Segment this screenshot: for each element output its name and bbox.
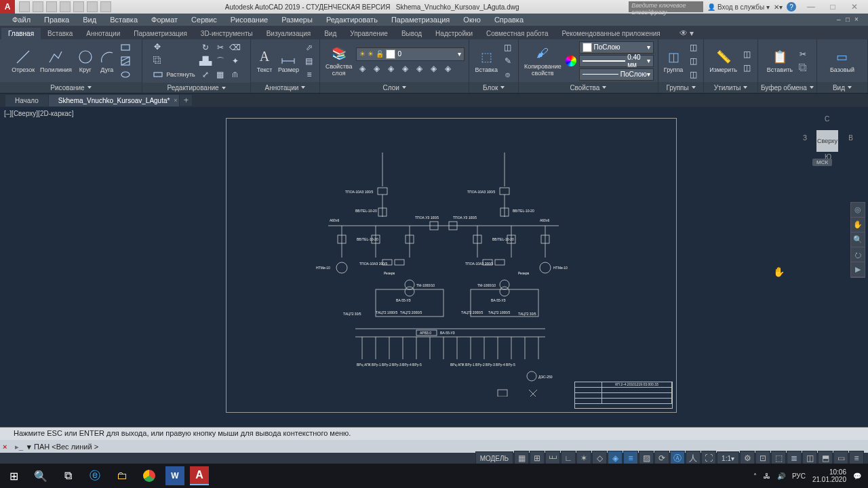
qat-undo-icon[interactable]	[87, 1, 98, 12]
qat-redo-icon[interactable]	[100, 1, 111, 12]
mdi-minimize-icon[interactable]: –	[837, 16, 845, 24]
group-edit-icon[interactable]: ◫	[687, 55, 699, 67]
panel-draw-title[interactable]: Рисование	[0, 82, 142, 93]
ribtab-manage[interactable]: Управление	[343, 28, 395, 39]
layer-tool-5-icon[interactable]: ◈	[413, 62, 425, 75]
tray-chevron-icon[interactable]: ˄	[753, 472, 757, 480]
tool-leader-icon[interactable]: ⬀	[303, 41, 315, 54]
exchange-icon[interactable]: ✕▾	[774, 3, 783, 11]
panel-annot-title[interactable]: Аннотации	[251, 82, 319, 93]
ribtab-featured[interactable]: Рекомендованные приложения	[555, 28, 667, 39]
menu-dimension[interactable]: Размеры	[275, 14, 319, 25]
layer-tool-1-icon[interactable]: ◈	[356, 62, 368, 75]
color-wheel-icon[interactable]	[566, 56, 576, 66]
menu-edit[interactable]: Правка	[37, 14, 76, 25]
tool-erase-icon[interactable]: ⌫	[229, 41, 241, 54]
tb-edge-icon[interactable]: ⓔ	[81, 464, 108, 488]
ribtab-visualize[interactable]: Визуализация	[260, 28, 317, 39]
search-button[interactable]: 🔍	[27, 464, 54, 488]
doctab-close-icon[interactable]: ×	[174, 97, 177, 104]
mdi-close-icon[interactable]: ×	[854, 16, 863, 24]
sb-scale[interactable]: 1:1 ▾	[717, 451, 739, 465]
tool-offset-icon[interactable]: ⫙	[229, 68, 241, 81]
layer-tool-4-icon[interactable]: ◈	[399, 62, 411, 75]
block-edit-icon[interactable]: ✎	[502, 55, 514, 67]
qat-new-icon[interactable]	[19, 1, 30, 12]
minimize-button[interactable]: —	[800, 0, 822, 14]
qat-saveas-icon[interactable]	[60, 1, 71, 12]
start-button[interactable]: ⊞	[0, 464, 27, 488]
tool-stretch[interactable]: Растянуть	[151, 68, 197, 81]
tool-dimension[interactable]: Размер	[277, 47, 300, 75]
menu-file[interactable]: Файл	[5, 14, 37, 25]
tb-word-icon[interactable]: W	[165, 466, 184, 485]
block-create-icon[interactable]: ◫	[502, 41, 514, 54]
viewcube[interactable]: С З В Ю Сверху МСК	[800, 114, 854, 168]
panel-utils-title[interactable]: Утилиты	[704, 82, 757, 93]
menu-tools[interactable]: Сервис	[184, 14, 224, 25]
tool-match-properties[interactable]: 🖌Копирование свойств	[523, 44, 563, 78]
tb-autocad-icon[interactable]: A	[190, 466, 209, 485]
app-logo[interactable]: A	[0, 0, 15, 14]
tool-baseview[interactable]: ▭Базовый	[829, 47, 856, 75]
status-model[interactable]: МОДЕЛЬ	[475, 451, 513, 465]
tool-measure[interactable]: 📏Измерить	[708, 47, 738, 75]
util-2-icon[interactable]: ◫	[741, 62, 753, 74]
panel-groups-title[interactable]: Группы	[658, 82, 704, 93]
nav-zoom-icon[interactable]: 🔍	[851, 232, 865, 247]
command-close-icon[interactable]: ×	[3, 443, 12, 451]
panel-clip-title[interactable]: Буфер обмена	[758, 82, 816, 93]
tool-paste[interactable]: 📋Вставить	[766, 47, 794, 75]
tool-fillet-icon[interactable]: ⌒	[214, 55, 226, 67]
ribtab-home[interactable]: Главная	[1, 28, 41, 39]
tool-rotate-icon[interactable]: ↻	[199, 41, 212, 54]
util-1-icon[interactable]: ◫	[741, 48, 753, 60]
tool-scale-icon[interactable]: ⤢	[199, 68, 212, 81]
wcs-label[interactable]: МСК	[812, 159, 832, 166]
system-clock[interactable]: 10:0621.01.2020	[812, 468, 846, 483]
tool-text[interactable]: AТекст	[255, 47, 274, 75]
doctab-start[interactable]: Начало	[5, 95, 48, 106]
doctab-current[interactable]: Skhema_Vnuchko_Kursoav_LAguta*×	[49, 95, 180, 106]
tool-layer-properties[interactable]: 📚Свойства слоя	[324, 44, 354, 78]
tool-explode-icon[interactable]: ✦	[229, 55, 241, 67]
layer-tool-7-icon[interactable]: ◈	[441, 62, 454, 75]
tool-copy-icon[interactable]: ⿻	[151, 54, 163, 66]
layer-tool-2-icon[interactable]: ◈	[370, 62, 382, 75]
help-icon[interactable]: ?	[787, 2, 796, 12]
ribtab-output[interactable]: Вывод	[395, 28, 429, 39]
clip-cut-icon[interactable]: ✂	[797, 48, 809, 60]
ribtab-3dtools[interactable]: 3D-инструменты	[194, 28, 260, 39]
tb-explorer-icon[interactable]: 🗀	[108, 464, 136, 488]
menu-help[interactable]: Справка	[488, 14, 530, 25]
tool-mirror-icon[interactable]: ▟▙	[199, 55, 212, 67]
panel-props-title[interactable]: Свойства	[519, 82, 658, 93]
tool-rectangle-icon[interactable]	[119, 41, 132, 54]
signin-button[interactable]: 👤 Вход в службы ▾	[707, 3, 770, 11]
lineweight-dropdown[interactable]: 0.40 мм▾	[579, 55, 654, 67]
layer-tool-6-icon[interactable]: ◈	[427, 62, 439, 75]
tool-mtext-icon[interactable]: ≡	[303, 68, 315, 81]
nav-showmotion-icon[interactable]: ▶	[851, 262, 865, 277]
panel-modify-title[interactable]: Редактирование	[142, 83, 250, 93]
menu-parametric[interactable]: Параметризация	[384, 14, 456, 25]
viewport-label[interactable]: [–][Сверху][2D-каркас]	[4, 110, 74, 117]
ribtab-parametric[interactable]: Параметризация	[127, 28, 194, 39]
tool-ellipse-icon[interactable]	[119, 68, 132, 81]
panel-layers-title[interactable]: Слои	[320, 82, 469, 93]
ribtab-view[interactable]: Вид	[317, 28, 343, 39]
tool-circle[interactable]: Круг	[76, 47, 95, 75]
tray-volume-icon[interactable]: 🔊	[777, 472, 785, 480]
nav-steeringwheel-icon[interactable]: ◎	[851, 203, 865, 218]
nav-pan-icon[interactable]: ✋	[851, 218, 865, 232]
tool-table-icon[interactable]: ▤	[303, 55, 315, 67]
block-attr-icon[interactable]: ⌾	[502, 68, 514, 81]
infocenter-search[interactable]: Введите ключевое слово/фразу	[629, 1, 703, 12]
ribtab-collab[interactable]: Совместная работа	[479, 28, 555, 39]
tb-chrome-icon[interactable]	[136, 464, 163, 488]
layer-tool-3-icon[interactable]: ◈	[384, 62, 397, 75]
nav-orbit-icon[interactable]: ⭮	[851, 247, 865, 262]
tray-network-icon[interactable]: 🖧	[764, 472, 770, 480]
doctab-add[interactable]: +	[180, 95, 192, 106]
group-select-icon[interactable]: ◫	[687, 68, 699, 81]
